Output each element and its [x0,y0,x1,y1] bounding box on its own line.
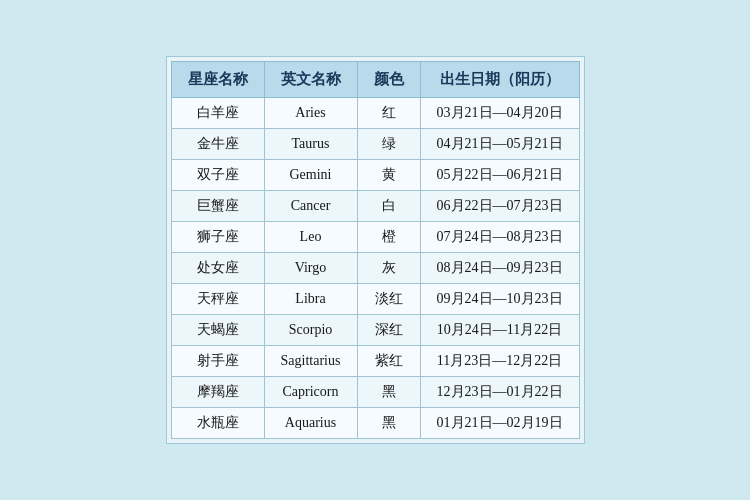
cell-color: 绿 [357,129,420,160]
cell-chinese-name: 天秤座 [171,284,264,315]
cell-dates: 04月21日—05月21日 [420,129,579,160]
cell-color: 橙 [357,222,420,253]
cell-english-name: Sagittarius [264,346,357,377]
zodiac-table: 星座名称 英文名称 颜色 出生日期（阳历） 白羊座Aries红03月21日—04… [171,61,580,439]
table-row: 摩羯座Capricorn黑12月23日—01月22日 [171,377,579,408]
cell-chinese-name: 金牛座 [171,129,264,160]
table-row: 狮子座Leo橙07月24日—08月23日 [171,222,579,253]
cell-color: 紫红 [357,346,420,377]
cell-dates: 10月24日—11月22日 [420,315,579,346]
cell-color: 深红 [357,315,420,346]
cell-english-name: Cancer [264,191,357,222]
cell-dates: 09月24日—10月23日 [420,284,579,315]
cell-dates: 01月21日—02月19日 [420,408,579,439]
cell-chinese-name: 射手座 [171,346,264,377]
cell-color: 黑 [357,377,420,408]
header-english-name: 英文名称 [264,62,357,98]
cell-english-name: Virgo [264,253,357,284]
cell-dates: 11月23日—12月22日 [420,346,579,377]
table-row: 巨蟹座Cancer白06月22日—07月23日 [171,191,579,222]
cell-english-name: Capricorn [264,377,357,408]
cell-chinese-name: 巨蟹座 [171,191,264,222]
cell-english-name: Aquarius [264,408,357,439]
cell-chinese-name: 水瓶座 [171,408,264,439]
cell-english-name: Libra [264,284,357,315]
zodiac-table-container: 星座名称 英文名称 颜色 出生日期（阳历） 白羊座Aries红03月21日—04… [166,56,585,444]
cell-color: 黄 [357,160,420,191]
header-chinese-name: 星座名称 [171,62,264,98]
cell-dates: 05月22日—06月21日 [420,160,579,191]
cell-chinese-name: 双子座 [171,160,264,191]
cell-chinese-name: 狮子座 [171,222,264,253]
table-row: 天秤座Libra淡红09月24日—10月23日 [171,284,579,315]
table-row: 白羊座Aries红03月21日—04月20日 [171,98,579,129]
table-header-row: 星座名称 英文名称 颜色 出生日期（阳历） [171,62,579,98]
header-color: 颜色 [357,62,420,98]
table-row: 金牛座Taurus绿04月21日—05月21日 [171,129,579,160]
table-row: 射手座Sagittarius紫红11月23日—12月22日 [171,346,579,377]
cell-dates: 12月23日—01月22日 [420,377,579,408]
table-row: 处女座Virgo灰08月24日—09月23日 [171,253,579,284]
cell-dates: 07月24日—08月23日 [420,222,579,253]
cell-color: 灰 [357,253,420,284]
cell-english-name: Gemini [264,160,357,191]
cell-chinese-name: 摩羯座 [171,377,264,408]
cell-english-name: Aries [264,98,357,129]
cell-dates: 08月24日—09月23日 [420,253,579,284]
cell-color: 白 [357,191,420,222]
header-dates: 出生日期（阳历） [420,62,579,98]
cell-color: 黑 [357,408,420,439]
cell-dates: 03月21日—04月20日 [420,98,579,129]
cell-dates: 06月22日—07月23日 [420,191,579,222]
cell-english-name: Leo [264,222,357,253]
cell-color: 红 [357,98,420,129]
table-row: 水瓶座Aquarius黑01月21日—02月19日 [171,408,579,439]
cell-chinese-name: 天蝎座 [171,315,264,346]
table-row: 天蝎座Scorpio深红10月24日—11月22日 [171,315,579,346]
cell-color: 淡红 [357,284,420,315]
table-row: 双子座Gemini黄05月22日—06月21日 [171,160,579,191]
cell-english-name: Taurus [264,129,357,160]
cell-chinese-name: 处女座 [171,253,264,284]
cell-chinese-name: 白羊座 [171,98,264,129]
cell-english-name: Scorpio [264,315,357,346]
